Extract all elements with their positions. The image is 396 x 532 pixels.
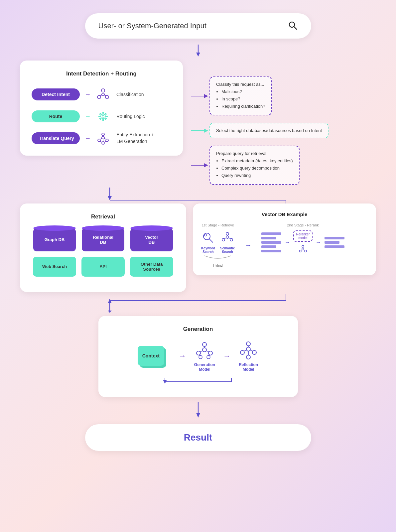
intent-card: Intent Detection + Routing Detect Intent… xyxy=(20,61,183,156)
graph-db-label: Graph DB xyxy=(45,237,65,242)
vector-db-title: Vector DB Example xyxy=(201,211,368,217)
svg-rect-16 xyxy=(102,119,104,121)
context-label: Context xyxy=(138,346,164,366)
svg-rect-18 xyxy=(106,116,108,117)
generation-section: Generation Context → xyxy=(20,316,376,397)
svg-marker-39 xyxy=(204,163,208,167)
translate-query-button[interactable]: Translate Query xyxy=(32,132,80,144)
callout-item-clarification: Requiring clarification? xyxy=(221,103,265,110)
arrow-generation-to-result xyxy=(194,402,202,419)
gen-arrow2: → xyxy=(223,352,230,360)
vector-db-body: VectorDB xyxy=(130,228,173,251)
retrieval-title: Retrieval xyxy=(30,213,176,220)
db-row: Graph DB RelationalDB VectorDB xyxy=(30,228,176,251)
search-bar[interactable]: User- or System-Generated Input xyxy=(85,13,311,39)
api-box: API xyxy=(81,257,125,277)
intent-section: Intent Detection + Routing Detect Intent… xyxy=(20,61,376,185)
svg-marker-65 xyxy=(108,311,112,313)
stage1-col: 1st Stage - Retrieve KeywordSearch xyxy=(201,223,235,267)
callout-item-malicious: Malicious? xyxy=(221,88,265,95)
svg-marker-3 xyxy=(196,53,200,57)
callout-item-decomposition: Complex query decomposition xyxy=(221,165,293,172)
result-card: Result xyxy=(85,424,311,451)
retrieval-section: Retrieval Graph DB RelationalDB VectorDB xyxy=(20,203,376,292)
keyword-search-label: KeywordSearch xyxy=(201,246,215,254)
svg-point-24 xyxy=(98,139,100,142)
web-search-label: Web Search xyxy=(42,264,67,269)
svg-point-71 xyxy=(207,355,210,359)
svg-point-6 xyxy=(105,95,109,99)
svg-marker-41 xyxy=(108,196,112,200)
svg-point-23 xyxy=(102,133,104,136)
callout-item-inscope: In scope? xyxy=(221,95,265,103)
detect-intent-button[interactable]: Detect Intent xyxy=(32,88,80,100)
vector-db-card: Vector DB Example 1st Stage - Retrieve K… xyxy=(193,203,376,275)
svg-line-74 xyxy=(206,351,209,352)
svg-line-30 xyxy=(104,138,106,139)
semantic-search-label: SemanticSearch xyxy=(220,246,235,254)
callout-translate: Prepare query for retrieval: Extract met… xyxy=(209,146,300,185)
gear-icon-routing xyxy=(96,109,110,124)
arrow-search-to-intent xyxy=(194,45,202,58)
rerank-arrow2: → xyxy=(316,239,321,245)
arrow-route: → xyxy=(85,113,91,120)
relational-db-label: RelationalDB xyxy=(93,235,113,245)
intent-row-translate: Translate Query → xyxy=(32,131,171,146)
rerank-arrow: → xyxy=(285,239,290,245)
svg-line-52 xyxy=(224,238,226,239)
svg-point-57 xyxy=(302,248,304,250)
svg-point-50 xyxy=(226,236,229,238)
svg-line-83 xyxy=(244,350,247,351)
svg-point-66 xyxy=(202,342,206,346)
svg-point-14 xyxy=(102,115,104,117)
intent-card-title: Intent Detection + Routing xyxy=(32,70,171,77)
arrow-detect: → xyxy=(85,91,91,98)
vector-db-label: VectorDB xyxy=(145,235,158,245)
callout-classify: Classify this request as... Malicious? I… xyxy=(209,76,272,115)
connector-intent-retrieval xyxy=(20,188,376,204)
svg-point-5 xyxy=(97,95,101,99)
web-search-box: Web Search xyxy=(33,257,76,277)
svg-line-73 xyxy=(200,351,203,352)
stage2-label: 2nd Stage - Rerank xyxy=(287,223,319,227)
intent-row-route: Route → xyxy=(32,109,171,124)
route-button[interactable]: Route xyxy=(32,110,80,122)
search-input-text: User- or System-Generated Input xyxy=(98,22,206,30)
svg-line-33 xyxy=(104,141,106,142)
routing-logic-label: Routing Logic xyxy=(116,114,145,119)
svg-point-46 xyxy=(204,234,206,236)
arrow-translate: → xyxy=(85,135,91,142)
generation-card: Generation Context → xyxy=(98,316,298,397)
svg-line-84 xyxy=(250,350,253,351)
svg-point-49 xyxy=(230,238,233,241)
svg-line-29 xyxy=(100,138,102,139)
result-list-after xyxy=(325,237,344,248)
callout-route: Select the right databases/datasources b… xyxy=(209,123,329,138)
entity-extraction-label: Entity Extraction +LM Generation xyxy=(116,132,154,145)
feedback-loop xyxy=(112,376,285,387)
callout-translate-text: Prepare query for retrieval: xyxy=(216,151,293,156)
callout-column: Classify this request as... Malicious? I… xyxy=(191,61,376,185)
vector-stages: 1st Stage - Retrieve KeywordSearch xyxy=(201,223,368,267)
svg-point-7 xyxy=(102,93,104,96)
intent-row-detect: Detect Intent → xyxy=(32,87,171,102)
svg-line-59 xyxy=(301,250,302,250)
svg-marker-35 xyxy=(204,94,208,98)
svg-rect-15 xyxy=(102,112,104,114)
svg-marker-91 xyxy=(196,413,200,418)
svg-point-54 xyxy=(302,245,304,247)
search-icon[interactable] xyxy=(287,20,298,32)
keyword-search-item: KeywordSearch xyxy=(201,230,215,254)
relational-db-body: RelationalDB xyxy=(82,228,124,251)
result-label: Result xyxy=(184,432,212,443)
gen-arrow1: → xyxy=(179,352,186,360)
svg-line-1 xyxy=(294,27,297,29)
svg-line-53 xyxy=(229,238,230,239)
vector-db: VectorDB xyxy=(130,228,173,251)
callout-item-metadata: Extract metadata (dates, key entities) xyxy=(221,157,293,165)
callout-item-rewriting: Query rewriting xyxy=(221,172,293,179)
svg-point-25 xyxy=(106,139,108,142)
svg-point-69 xyxy=(202,348,206,352)
network-icon-classify xyxy=(96,87,110,102)
relational-db: RelationalDB xyxy=(81,228,125,251)
